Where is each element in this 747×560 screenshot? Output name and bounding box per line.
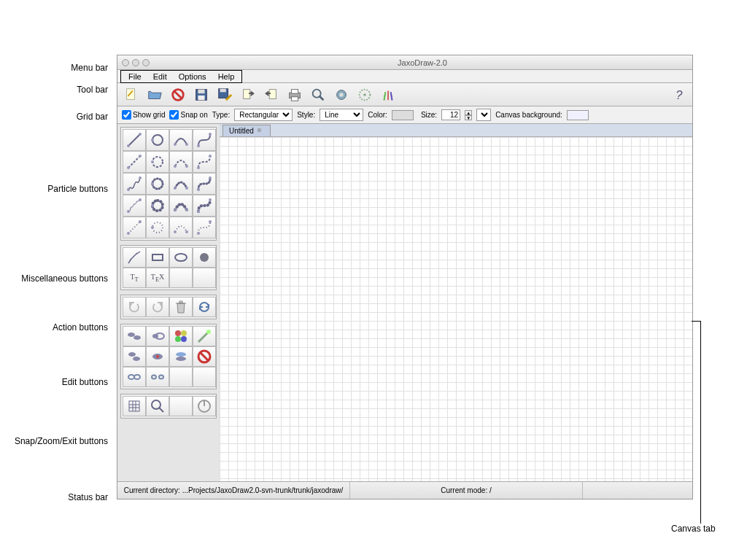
scalar-bezier-button[interactable]	[193, 151, 216, 173]
prefs-button[interactable]	[355, 85, 374, 104]
menu-help[interactable]: Help	[212, 71, 241, 82]
svg-point-54	[127, 232, 130, 235]
resize-button[interactable]	[146, 326, 169, 346]
fermion-loop-button[interactable]	[146, 129, 169, 151]
photon-loop-button[interactable]	[146, 173, 169, 195]
canvas-tab[interactable]: Untitled ⊗	[222, 125, 271, 136]
grid-button[interactable]	[123, 396, 146, 416]
print-button[interactable]	[285, 85, 304, 104]
color-button[interactable]	[169, 326, 193, 346]
gluon-arc-button[interactable]	[169, 195, 193, 217]
help-button[interactable]: ?	[669, 85, 688, 104]
watch-button[interactable]	[332, 85, 351, 104]
menu-options[interactable]: Options	[173, 71, 212, 82]
fermion-bezier-button[interactable]	[193, 129, 216, 151]
content-area: TT TEX	[117, 124, 692, 481]
size-down-button[interactable]: ▼	[465, 115, 472, 120]
coil-bezier-icon	[196, 197, 213, 214]
scalar-loop-button[interactable]	[146, 151, 169, 173]
minimize-window-icon[interactable]	[132, 59, 139, 66]
window-controls	[122, 59, 150, 66]
clear-button[interactable]	[169, 297, 193, 317]
move-button[interactable]	[123, 326, 146, 346]
menu-file[interactable]: File	[123, 71, 147, 82]
type-label: Type:	[212, 111, 230, 119]
background-button[interactable]	[169, 346, 193, 367]
svg-point-36	[197, 166, 200, 169]
misc-empty1	[169, 268, 193, 288]
box-button[interactable]	[146, 247, 169, 268]
ellipse-button[interactable]	[169, 247, 193, 268]
select-button[interactable]	[146, 346, 169, 367]
size-up-button[interactable]: ▲	[465, 110, 472, 115]
undo-icon	[125, 298, 143, 316]
size-input[interactable]	[441, 109, 460, 120]
svg-rect-0	[127, 88, 135, 99]
arc-icon	[172, 131, 190, 149]
delete-button[interactable]	[193, 346, 216, 367]
zoom-button[interactable]	[146, 396, 169, 416]
svg-point-45	[209, 176, 212, 179]
import-button[interactable]	[239, 85, 258, 104]
snap-on-checkbox[interactable]	[169, 110, 179, 120]
fermion-line-button[interactable]	[123, 129, 146, 151]
svg-point-30	[127, 166, 130, 169]
tt-icon: TT	[130, 273, 138, 283]
fermion-arc-button[interactable]	[169, 129, 193, 151]
titlebar: JaxoDraw-2.0	[117, 55, 692, 70]
photon-bezier-button[interactable]	[193, 173, 216, 195]
svg-point-25	[174, 143, 177, 146]
blob-button[interactable]	[193, 247, 216, 268]
menu-edit[interactable]: Edit	[147, 71, 173, 82]
new-button[interactable]	[122, 85, 141, 104]
style-select[interactable]: Line	[320, 109, 363, 121]
text-button[interactable]: TT	[123, 268, 146, 288]
save-button[interactable]	[192, 85, 211, 104]
svg-line-29	[128, 156, 140, 168]
photon-arc-button[interactable]	[169, 173, 193, 195]
svg-point-52	[209, 198, 212, 201]
annotation-toolbar: Tool bar	[0, 85, 108, 95]
plugins-button[interactable]	[379, 85, 398, 104]
export-icon	[263, 87, 279, 103]
latex-button[interactable]: TEX	[146, 268, 169, 288]
duplicate-button[interactable]	[123, 346, 146, 367]
color-swatch[interactable]	[392, 110, 414, 120]
editobj-button[interactable]	[193, 326, 216, 346]
ghost-bezier-button[interactable]	[193, 217, 216, 238]
zoom-window-icon[interactable]	[142, 59, 150, 66]
gluon-loop-button[interactable]	[146, 195, 169, 217]
bg-swatch[interactable]	[567, 110, 589, 120]
show-grid-checkbox[interactable]	[122, 110, 131, 120]
bezier-icon	[196, 131, 213, 149]
scalar-arc-button[interactable]	[169, 151, 193, 173]
redo-button[interactable]	[146, 297, 169, 317]
show-grid-label: Show grid	[133, 111, 165, 119]
ghost-line-button[interactable]	[123, 217, 146, 238]
close-window-icon[interactable]	[122, 59, 129, 66]
annotation-status: Status bar	[0, 492, 108, 502]
gluon-bezier-button[interactable]	[193, 195, 216, 217]
undo-button[interactable]	[123, 297, 146, 317]
zigzag-icon	[125, 249, 143, 266]
ungroup-button[interactable]	[146, 367, 169, 387]
export-button[interactable]	[262, 85, 281, 104]
ghost-arc-button[interactable]	[169, 217, 193, 238]
scalar-line-button[interactable]	[123, 151, 146, 173]
tab-close-icon[interactable]: ⊗	[257, 127, 264, 134]
gluon-line-button[interactable]	[123, 195, 146, 217]
refresh-button[interactable]	[193, 297, 216, 317]
redo-icon	[149, 298, 166, 316]
saveas-button[interactable]	[215, 85, 234, 104]
preview-button[interactable]	[309, 85, 328, 104]
photon-line-button[interactable]	[123, 173, 146, 195]
size-dropdown[interactable]	[476, 109, 491, 121]
close-button[interactable]	[169, 85, 187, 104]
open-button[interactable]	[145, 85, 164, 104]
group-button[interactable]	[123, 367, 146, 387]
canvas[interactable]	[220, 137, 692, 481]
zigzag-button[interactable]	[123, 247, 146, 268]
type-select[interactable]: Rectangular	[234, 109, 293, 121]
exit-button[interactable]	[193, 396, 216, 416]
ghost-loop-button[interactable]	[146, 217, 169, 238]
